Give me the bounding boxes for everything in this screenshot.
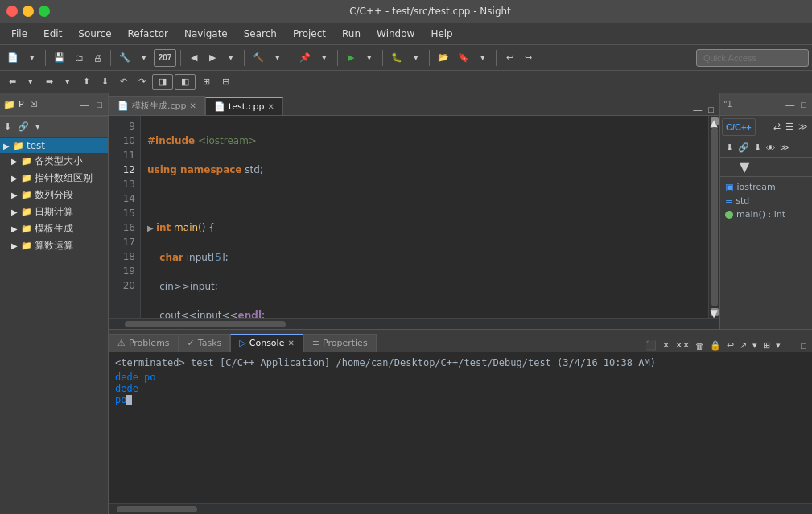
tool-btn2[interactable]: ▾	[135, 49, 153, 67]
menu-window[interactable]: Window	[369, 25, 422, 43]
undo-btn[interactable]: ↩	[501, 49, 518, 67]
run-btn[interactable]: ▶	[342, 49, 360, 67]
tree-item-date[interactable]: ▶ 📁 日期计算	[0, 204, 108, 220]
console-clear-btn[interactable]: 🗑	[693, 340, 707, 352]
menu-file[interactable]: File	[3, 25, 35, 43]
scroll-thumb[interactable]	[711, 127, 718, 306]
menu-project[interactable]: Project	[285, 25, 334, 43]
cpp-tab-btn[interactable]: C/C++	[722, 118, 756, 136]
console-max-btn[interactable]: □	[798, 340, 809, 352]
outline-link-btn[interactable]: 🔗	[736, 142, 752, 154]
console-new-btn[interactable]: ⊞	[760, 339, 773, 352]
right-filter-btn[interactable]: ☰	[783, 121, 796, 133]
tab-close-console[interactable]: ✕	[287, 339, 294, 347]
marker-btn[interactable]: 📌	[295, 49, 315, 67]
fwd2-btn[interactable]: ➡	[40, 73, 58, 91]
tab-close-template[interactable]: ✕	[190, 101, 196, 110]
view-menu-btn[interactable]: ▾	[33, 121, 43, 133]
menu-navigate[interactable]: Navigate	[176, 25, 236, 43]
menu-source[interactable]: Source	[70, 25, 119, 43]
panel-toggle-right[interactable]: ◧	[175, 74, 196, 90]
console-h-thumb[interactable]	[117, 506, 197, 512]
outline-hide-btn[interactable]: 👁	[764, 142, 777, 154]
window-maximize-button[interactable]	[39, 6, 50, 17]
tree-item-pointer[interactable]: ▶ 📁 指针数组区别	[0, 170, 108, 187]
ext-btn1[interactable]: 📂	[434, 49, 453, 67]
tree-item-types[interactable]: ▶ 📁 各类型大小	[0, 153, 108, 170]
window-close-button[interactable]	[6, 6, 18, 17]
tab-test-cpp[interactable]: 📄 test.cpp ✕	[205, 97, 283, 115]
console-pin-btn[interactable]: ▾	[750, 339, 760, 352]
editor-min-btn[interactable]: —	[690, 104, 704, 115]
fwd-btn[interactable]: ▶	[204, 49, 221, 67]
console-terminate-all[interactable]: ✕✕	[673, 339, 692, 352]
toolbar-dropdown1[interactable]: ▾	[23, 49, 41, 67]
build-btn[interactable]: 🔨	[249, 49, 268, 67]
editor-max-btn[interactable]: □	[706, 104, 716, 115]
tab-close-test[interactable]: ✕	[268, 102, 274, 111]
tool-btn1[interactable]: 🔧	[115, 49, 134, 67]
collapse-all-btn[interactable]: ⬇	[2, 121, 14, 133]
up-btn[interactable]: ⬆	[77, 73, 95, 91]
panel-close-btn[interactable]: ☒	[27, 98, 40, 110]
new-button[interactable]: 📄	[3, 49, 23, 67]
debug-btn[interactable]: 🐛	[387, 49, 406, 67]
tab-console[interactable]: ▷ Console ✕	[230, 334, 303, 352]
tree-item-test[interactable]: ▶ 📁 test	[0, 138, 108, 153]
console-word-wrap[interactable]: ↩	[724, 339, 736, 352]
debug-dropdown[interactable]: ▾	[407, 49, 425, 67]
ext-btn3[interactable]: ▾	[474, 49, 492, 67]
menu-help[interactable]: Help	[422, 25, 460, 43]
right-sync-btn[interactable]: ⇄	[771, 121, 783, 133]
outline-iostream[interactable]: ▣ iostream	[723, 180, 809, 194]
build-dropdown[interactable]: ▾	[269, 49, 286, 67]
menu-refactor[interactable]: Refactor	[120, 25, 176, 43]
menu-search[interactable]: Search	[236, 25, 285, 43]
window-minimize-button[interactable]	[23, 6, 34, 17]
console-h-scrollbar[interactable]	[109, 503, 812, 514]
tab-properties[interactable]: ≡ Properties	[303, 334, 377, 352]
print-button[interactable]: 🖨	[89, 49, 106, 67]
tab-problems[interactable]: ⚠ Problems	[109, 334, 179, 352]
console-stop-btn[interactable]: ⬛	[643, 339, 659, 352]
link-editor-btn[interactable]: 🔗	[15, 121, 31, 133]
console-new-dropdown[interactable]: ▾	[773, 339, 783, 352]
tab-tasks[interactable]: ✓ Tasks	[179, 334, 231, 352]
h-scroll-thumb[interactable]	[125, 321, 286, 327]
console-terminate-btn[interactable]: ✕	[660, 339, 672, 352]
tree-item-template[interactable]: ▶ 📁 模板生成	[0, 220, 108, 237]
scroll-down-arrow[interactable]: ▼	[711, 308, 719, 316]
menu-run[interactable]: Run	[334, 25, 369, 43]
outline-main[interactable]: main() : int	[723, 208, 809, 221]
fwd2-dropdown[interactable]: ▾	[59, 73, 76, 91]
right-more-btn[interactable]: ≫	[796, 121, 810, 133]
tree-item-arith[interactable]: ▶ 📁 算数运算	[0, 237, 108, 254]
scroll-up-arrow[interactable]: ▲	[711, 117, 719, 125]
outline-sort-btn[interactable]: ⬇	[752, 142, 764, 154]
editor-h-scrollbar[interactable]	[109, 318, 719, 329]
down-btn[interactable]: ⬇	[96, 73, 113, 91]
back2-dropdown[interactable]: ▾	[22, 73, 39, 91]
marker-dropdown[interactable]: ▾	[315, 49, 333, 67]
vertical-scrollbar[interactable]: ▲ ▼	[708, 116, 719, 318]
menu-edit[interactable]: Edit	[35, 25, 70, 43]
code-editor-content[interactable]: #include <iostream> using namespace std;…	[141, 116, 708, 318]
panel-toggle-left[interactable]: ◨	[152, 74, 173, 90]
perspective-btn2[interactable]: ⊟	[216, 73, 234, 91]
outline-menu-btn[interactable]: ≫	[777, 142, 792, 154]
prev-edit-btn[interactable]: ↶	[114, 73, 132, 91]
console-scroll-lock[interactable]: 🔒	[707, 339, 723, 352]
back-btn[interactable]: ◀	[185, 49, 203, 67]
outline-expand-btn[interactable]: ⬇	[723, 142, 736, 154]
back2-btn[interactable]: ⬅	[3, 73, 21, 91]
outline-std[interactable]: ≡ std	[723, 194, 809, 208]
ext-btn2[interactable]: 🔖	[454, 49, 473, 67]
quick-access-input[interactable]	[696, 49, 809, 67]
right-panel-max[interactable]: □	[798, 99, 809, 110]
tree-item-sequence[interactable]: ▶ 📁 数列分段	[0, 187, 108, 204]
panel-minimize-btn[interactable]: —	[77, 99, 91, 110]
save-all-button[interactable]: 🗂	[70, 49, 88, 67]
run-dropdown[interactable]: ▾	[361, 49, 378, 67]
tool-btn3[interactable]: 207	[154, 49, 176, 67]
nav-dropdown[interactable]: ▾	[222, 49, 240, 67]
